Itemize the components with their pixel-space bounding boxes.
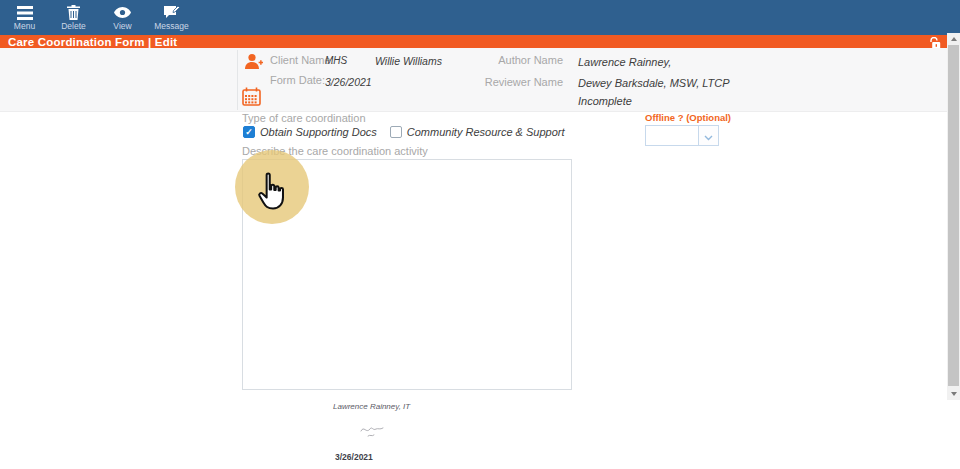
care-coordination-form-page: Menu Delete View Message Care Coordinati… — [0, 0, 960, 469]
client-code: MHS — [325, 55, 347, 66]
form-date-label: Form Date: — [270, 74, 325, 86]
eye-icon — [114, 5, 131, 21]
message-icon — [163, 5, 180, 21]
type-of-care-label: Type of care coordination — [242, 112, 366, 124]
offline-dropdown[interactable] — [645, 125, 719, 146]
status-text: Incomplete — [578, 95, 632, 107]
scrollbar-thumb[interactable] — [948, 45, 959, 386]
care-type-checkbox-row: Obtain Supporting Docs Community Resourc… — [243, 126, 573, 138]
client-info-band — [0, 48, 947, 112]
page-title: Care Coordination Form | Edit — [0, 36, 177, 48]
reviewer-name-label: Reviewer Name — [483, 76, 563, 88]
form-date-value: 3/26/2021 — [325, 76, 372, 88]
signature-scribble — [358, 424, 392, 444]
reviewer-name-value: Dewey Barksdale, MSW, LTCP — [578, 77, 730, 89]
vertical-scrollbar[interactable] — [947, 33, 960, 400]
scroll-up-arrow-icon — [951, 37, 957, 41]
trash-icon — [65, 5, 82, 21]
scroll-down-button[interactable] — [947, 388, 960, 400]
offline-dropdown-value — [646, 126, 698, 145]
view-label: View — [113, 22, 131, 31]
obtain-supporting-docs-checkbox[interactable] — [243, 126, 255, 138]
menu-button[interactable]: Menu — [0, 0, 49, 35]
signature-date: 3/26/2021 — [335, 452, 373, 462]
client-name-value: Willie Williams — [375, 55, 442, 67]
offline-dropdown-button[interactable] — [698, 126, 718, 145]
obtain-supporting-docs-label: Obtain Supporting Docs — [260, 126, 377, 138]
menu-label: Menu — [14, 22, 35, 31]
delete-button[interactable]: Delete — [49, 0, 98, 35]
author-name-value: Lawrence Rainney, — [578, 56, 671, 68]
offline-optional-label: Offline ? (Optional) — [645, 112, 731, 123]
hand-cursor-icon — [252, 170, 290, 216]
add-person-icon[interactable] — [244, 53, 263, 75]
community-resource-checkbox[interactable] — [390, 126, 402, 138]
column-divider — [237, 50, 238, 110]
message-label: Message — [154, 22, 189, 31]
title-bar: Care Coordination Form | Edit — [0, 35, 947, 49]
message-button[interactable]: Message — [147, 0, 196, 35]
chevron-down-icon — [704, 127, 713, 145]
scroll-up-button[interactable] — [947, 33, 960, 45]
scroll-down-arrow-icon — [951, 392, 957, 396]
menu-icon — [16, 5, 33, 21]
signature-name: Lawrence Rainney, IT — [333, 402, 410, 411]
community-resource-label: Community Resource & Support — [407, 126, 565, 138]
top-toolbar: Menu Delete View Message — [0, 0, 960, 35]
author-name-label: Author Name — [483, 54, 563, 66]
view-button[interactable]: View — [98, 0, 147, 35]
calendar-icon[interactable] — [242, 87, 261, 110]
delete-label: Delete — [61, 22, 86, 31]
